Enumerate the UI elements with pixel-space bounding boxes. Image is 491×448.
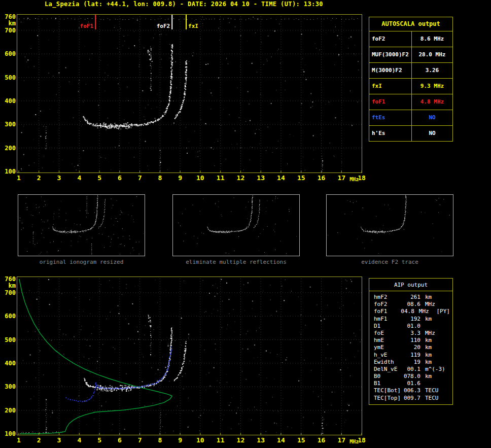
aip-param-note	[445, 387, 450, 394]
aip-param-value: 01.6	[403, 380, 420, 387]
aip-param-note	[445, 294, 450, 301]
autoscala-row-MUF(3000)F2: MUF(3000)F228.0 MHz	[369, 47, 452, 63]
aip-row-foE: foE3.3MHz	[369, 330, 452, 337]
svg-text:600: 600	[5, 50, 16, 57]
svg-text:7: 7	[138, 436, 142, 444]
svg-text:200: 200	[5, 145, 16, 152]
svg-text:17: 17	[337, 174, 345, 182]
svg-text:3: 3	[57, 436, 61, 444]
svg-text:4: 4	[77, 436, 81, 444]
svg-text:foF2: foF2	[157, 23, 170, 29]
aip-param-label: foF2	[374, 301, 403, 308]
autoscala-table-title: AUTOSCALA output	[369, 17, 452, 31]
aip-row-hmF1: hmF1192km	[369, 316, 452, 323]
svg-text:8: 8	[158, 174, 162, 182]
aip-param-note	[445, 380, 450, 387]
aip-param-value: 009.7	[403, 395, 420, 402]
thumbnail-cleaned-caption: eliminate multiple reflections	[172, 259, 300, 265]
aip-param-unit: km	[420, 344, 445, 351]
autoscala-param-label: M(3000)F2	[369, 63, 412, 78]
aip-param-value: 078.0	[403, 373, 420, 380]
aip-param-note	[445, 301, 450, 308]
aip-param-note	[445, 330, 450, 337]
aip-output-table: AIP output hmF2261kmfoF208.6MHzfoF104.8M…	[369, 278, 453, 405]
autoscala-row-foF1: foF14.8 MHz	[369, 94, 452, 110]
autoscala-row-h'Es: h'EsNO	[369, 126, 452, 141]
aip-param-note	[445, 337, 450, 344]
svg-text:16: 16	[318, 436, 326, 444]
aip-param-label: TEC[Bot]	[374, 387, 403, 394]
aip-param-unit: km	[420, 359, 445, 366]
aip-param-unit: km	[420, 373, 445, 380]
aip-param-value: 192	[403, 316, 420, 323]
svg-text:500: 500	[5, 74, 16, 81]
aip-param-note: [PY]	[437, 308, 450, 315]
autoscala-output-table: AUTOSCALA output foF28.6 MHzMUF(3000)F22…	[369, 17, 453, 142]
aip-row-foF2: foF208.6MHz	[369, 301, 452, 308]
aip-param-label: DelN_vE	[374, 366, 403, 373]
svg-text:200: 200	[5, 407, 16, 414]
aip-param-label: h_vE	[374, 352, 403, 359]
svg-text:13: 13	[257, 436, 265, 444]
aip-param-label: foE	[374, 330, 403, 337]
aip-param-value: 110	[403, 337, 420, 344]
aip-param-value: 08.6	[403, 301, 420, 308]
svg-text:700: 700	[5, 289, 16, 296]
svg-text:400: 400	[5, 97, 16, 105]
svg-text:17: 17	[337, 436, 345, 444]
aip-param-unit	[420, 380, 445, 387]
aip-param-label: hmF1	[374, 316, 403, 323]
svg-text:15: 15	[297, 436, 305, 444]
svg-text:2: 2	[37, 436, 41, 444]
svg-text:MHz: MHz	[349, 177, 359, 182]
thumbnail-cleaned-image	[172, 194, 300, 256]
autoscala-param-value: 9.3 MHz	[412, 79, 452, 94]
aip-param-note	[445, 352, 450, 359]
svg-text:9: 9	[178, 436, 182, 444]
thumbnail-original-caption: original ionogram resized	[18, 259, 145, 265]
aip-table-title: AIP output	[369, 279, 452, 291]
aip-param-note	[445, 395, 450, 402]
svg-text:MHz: MHz	[349, 439, 359, 444]
svg-text:600: 600	[5, 313, 16, 320]
autoscala-param-label: foF1	[369, 94, 412, 110]
autoscala-param-value: 4.8 MHz	[412, 94, 452, 110]
svg-text:100: 100	[5, 168, 16, 175]
autoscala-param-label: h'Es	[369, 126, 412, 141]
aip-row-hmF2: hmF2261km	[369, 294, 452, 301]
svg-text:12: 12	[237, 174, 245, 182]
svg-text:300: 300	[5, 121, 16, 128]
aip-param-label: hmF2	[374, 294, 403, 301]
aip-param-label: B0	[374, 373, 403, 380]
aip-param-label: D1	[374, 323, 403, 330]
aip-param-unit	[420, 323, 445, 330]
autoscala-row-M(3000)F2: M(3000)F23.26	[369, 63, 452, 79]
aip-param-unit: km	[420, 352, 445, 359]
svg-text:12: 12	[237, 436, 245, 444]
aip-row-TEC[Bot]: TEC[Bot]006.3TECU	[369, 387, 452, 394]
aip-param-label: TEC[Top]	[374, 395, 403, 402]
svg-text:6: 6	[118, 436, 122, 444]
thumbnail-f2-trace: evidence F2 trace	[326, 194, 453, 265]
svg-text:7: 7	[138, 174, 142, 182]
autoscala-table-rows: foF28.6 MHzMUF(3000)F228.0 MHzM(3000)F23…	[369, 31, 452, 141]
aip-row-h_vE: h_vE119km	[369, 352, 452, 359]
station-date-title: La_Spezia (lat: +44.1, lon: 009.8) - DAT…	[45, 1, 323, 8]
autoscala-param-value: NO	[412, 126, 452, 141]
svg-text:5: 5	[97, 436, 101, 444]
thumbnail-original: original ionogram resized	[18, 194, 145, 265]
thumbnail-f2-trace-caption: evidence F2 trace	[326, 259, 453, 265]
svg-text:6: 6	[118, 174, 122, 182]
aip-row-Ewidth: Ewidth19km	[369, 359, 452, 366]
aip-param-note	[445, 323, 450, 330]
svg-text:15: 15	[297, 174, 305, 182]
aip-param-unit: km	[420, 294, 445, 301]
autoscala-param-label: fxI	[369, 79, 412, 94]
aip-param-value: 3.3	[403, 330, 420, 337]
autoscala-param-label: foF2	[369, 31, 412, 47]
aip-row-foF1: foF104.8MHz[PY]	[369, 308, 452, 315]
aip-param-unit: m^(-3)	[420, 366, 445, 373]
aip-row-D1: D101.0	[369, 323, 452, 330]
svg-text:1: 1	[17, 174, 21, 182]
svg-text:9: 9	[178, 174, 182, 182]
